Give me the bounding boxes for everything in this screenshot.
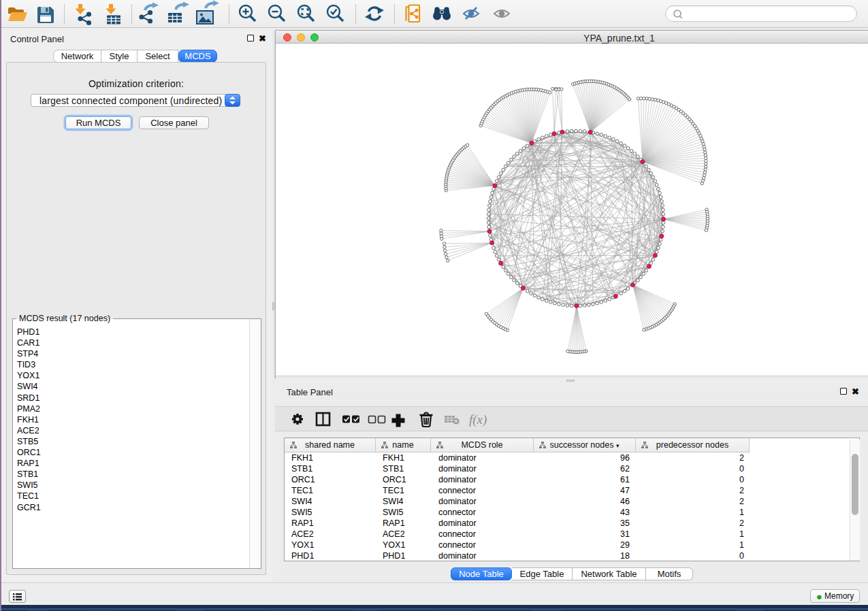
svg-text:f(x): f(x) <box>469 412 487 427</box>
